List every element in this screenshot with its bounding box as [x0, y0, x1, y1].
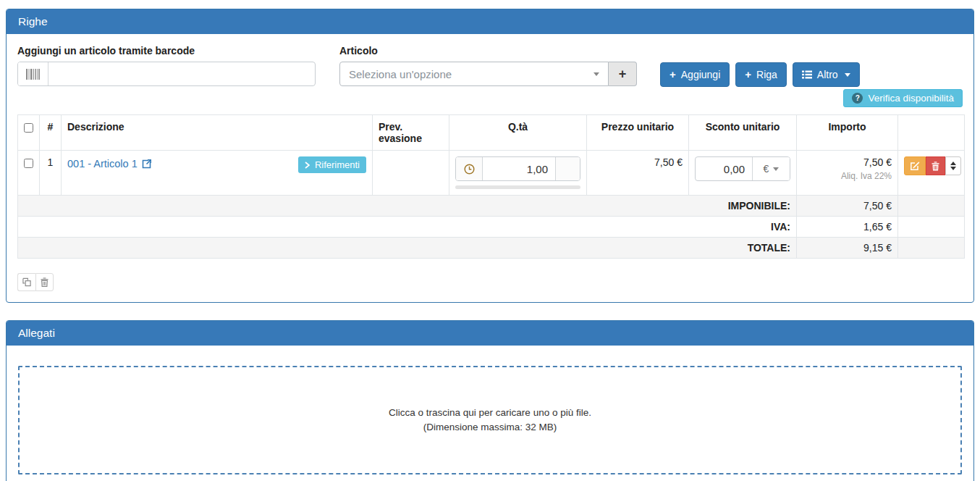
articolo-form-group: Articolo Seleziona un'opzione + [339, 45, 637, 86]
external-link-icon [142, 159, 151, 169]
row-prezzo-cell: 7,50 € [587, 151, 689, 196]
row-sconto-cell: € [689, 151, 797, 196]
prezzo-value: 7,50 € [654, 156, 683, 168]
delete-row-button[interactable] [926, 156, 945, 175]
row-qta-cell [449, 151, 587, 196]
row-number-cell: 1 [40, 151, 62, 196]
barcode-form-group: Aggiungi un articolo tramite barcode [17, 45, 316, 86]
barcode-input-group [17, 62, 316, 86]
row-action-buttons: + Aggiungi + Riga [660, 45, 860, 87]
list-icon [802, 70, 812, 79]
iva-label: IVA: [18, 217, 797, 238]
plus-icon: + [745, 70, 751, 80]
verifica-row: ? Verifica disponibilità [17, 89, 963, 107]
riga-button[interactable]: + Riga [735, 62, 787, 87]
allegati-panel: Allegati Clicca o trascina qui per caric… [6, 320, 974, 481]
clock-icon [456, 157, 483, 180]
verifica-button-label: Verifica disponibilità [868, 93, 954, 104]
trash-icon [41, 277, 48, 287]
row-select-cell [18, 151, 40, 196]
righe-panel-title: Righe [7, 9, 973, 34]
evasione-progress-bar [455, 185, 580, 189]
row-description-cell: 001 - Articolo 1 [62, 151, 373, 196]
articolo-select-group: Seleziona un'opzione + [339, 62, 637, 86]
select-all-checkbox[interactable] [24, 123, 33, 133]
barcode-icon [18, 62, 48, 85]
new-article-button[interactable]: + [609, 62, 637, 86]
row-checkbox[interactable] [24, 159, 33, 168]
allegati-panel-body: Clicca o trascina qui per caricare uno o… [7, 346, 973, 481]
riferimenti-badge-label: Riferimenti [315, 159, 360, 170]
aggiungi-button[interactable]: + Aggiungi [660, 62, 730, 87]
col-descrizione: Descrizione [62, 115, 373, 151]
righe-panel-body: Aggiungi un articolo tramite barcode [7, 34, 973, 302]
righe-panel: Righe Aggiungi un articolo tramite barco… [6, 9, 974, 303]
allegati-panel-title: Allegati [7, 321, 973, 346]
page: Righe Aggiungi un articolo tramite barco… [0, 0, 980, 481]
col-actions [898, 115, 965, 151]
delete-rows-button[interactable] [35, 273, 54, 291]
pencil-square-icon [910, 161, 920, 171]
summary-empty-cell [898, 217, 965, 238]
totale-label: TOTALE: [18, 238, 797, 259]
sconto-input[interactable] [696, 157, 752, 180]
dropzone-text-line1: Clicca o trascina qui per caricare uno o… [389, 406, 591, 420]
plus-icon: + [669, 70, 676, 80]
table-header-row: # Descrizione Prev. evasione Q.tà Prezzo… [18, 115, 965, 151]
articolo-select-placeholder: Seleziona un'opzione [349, 68, 452, 80]
row-importo-cell: 7,50 € Aliq. Iva 22% [797, 151, 898, 196]
righe-table: # Descrizione Prev. evasione Q.tà Prezzo… [17, 114, 965, 259]
chevron-down-icon [594, 72, 599, 76]
summary-row-imponibile: IMPONIBILE: 7,50 € [18, 196, 965, 217]
col-number: # [40, 115, 62, 151]
col-prezzo-unitario: Prezzo unitario [587, 115, 689, 151]
sconto-type-value: € [764, 163, 769, 175]
sconto-input-group: € [695, 156, 790, 181]
file-dropzone[interactable]: Clicca o trascina qui per caricare uno o… [18, 366, 962, 474]
bulk-actions-group [17, 273, 54, 291]
edit-row-button[interactable] [904, 156, 926, 175]
aliquota-iva: Aliq. Iva 22% [803, 171, 892, 181]
chevron-right-icon [305, 162, 310, 169]
select-all-header [18, 115, 40, 151]
summary-empty-cell [898, 196, 965, 217]
col-qta: Q.tà [449, 115, 587, 151]
verifica-disponibilita-button[interactable]: ? Verifica disponibilità [843, 89, 963, 107]
plus-icon: + [619, 67, 627, 82]
add-article-row: Aggiungi un articolo tramite barcode [17, 45, 963, 87]
sort-row-handle[interactable] [945, 156, 961, 175]
chevron-down-icon [773, 167, 779, 171]
imponibile-value: 7,50 € [797, 196, 898, 217]
summary-empty-cell [898, 238, 965, 259]
altro-dropdown-button[interactable]: Altro [793, 62, 860, 87]
col-importo: Importo [797, 115, 898, 151]
barcode-input[interactable] [48, 62, 315, 85]
col-sconto-unitario: Sconto unitario [689, 115, 797, 151]
copy-icon [22, 277, 31, 287]
chevron-down-icon [845, 73, 850, 77]
importo-value: 7,50 € [803, 156, 892, 168]
barcode-label: Aggiungi un articolo tramite barcode [17, 45, 316, 57]
col-prev-evasione: Prev. evasione [373, 115, 449, 151]
articolo-label: Articolo [339, 45, 637, 57]
table-row: 1 001 - Articolo 1 [18, 151, 965, 196]
sconto-type-dropdown[interactable]: € [752, 157, 790, 180]
dropzone-text-line2: (Dimensione massima: 32 MB) [423, 420, 557, 435]
sort-up-icon [950, 162, 956, 165]
riferimenti-badge[interactable]: Riferimenti [298, 156, 366, 173]
article-link[interactable]: 001 - Articolo 1 [67, 156, 151, 170]
iva-value: 1,65 € [797, 217, 898, 238]
row-prev-evasione-cell [373, 151, 449, 196]
sort-down-icon [950, 167, 956, 170]
duplicate-rows-button[interactable] [17, 273, 35, 291]
aggiungi-button-label: Aggiungi [681, 67, 721, 82]
articolo-select[interactable]: Seleziona un'opzione [339, 62, 609, 86]
trash-icon [932, 162, 939, 171]
qta-input-group [455, 156, 580, 181]
qta-um-addon [555, 157, 580, 180]
imponibile-label: IMPONIBILE: [18, 196, 797, 217]
qta-input[interactable] [483, 157, 555, 180]
totale-value: 9,15 € [797, 238, 898, 259]
question-circle-icon: ? [852, 93, 863, 104]
riga-button-label: Riga [756, 67, 777, 82]
